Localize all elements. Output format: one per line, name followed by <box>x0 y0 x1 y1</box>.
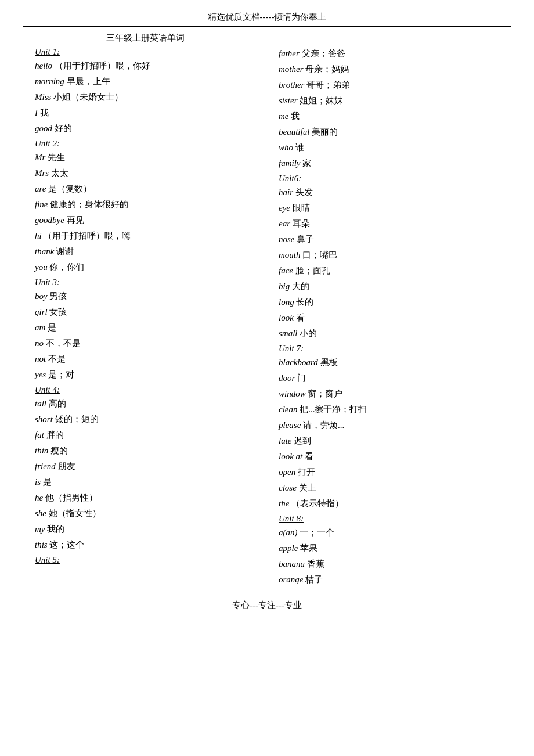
list-item: door 门 <box>279 371 499 385</box>
list-item: tall 高的 <box>35 397 255 411</box>
list-item: Mr 先生 <box>35 150 255 164</box>
list-item: sister 姐姐；妹妹 <box>279 93 499 107</box>
list-item: ear 耳朵 <box>279 217 499 231</box>
list-item: family 家 <box>279 156 499 170</box>
list-item: friend 朋友 <box>35 459 255 473</box>
list-item: please 请，劳烦... <box>279 418 499 432</box>
list-item: a(an) 一；一个 <box>279 525 499 539</box>
list-item: you 你，你们 <box>35 260 255 274</box>
list-item: fine 健康的；身体很好的 <box>35 197 255 211</box>
list-item: Mrs 太太 <box>35 166 255 180</box>
right-column: father 父亲；爸爸 mother 母亲；妈妈 brother 哥哥；弟弟 … <box>267 33 511 588</box>
left-column: 三年级上册英语单词 Unit 1: hello （用于打招呼）喂，你好 morn… <box>23 33 267 588</box>
unit8-title: Unit 8: <box>279 514 499 524</box>
list-item: look 看 <box>279 311 499 325</box>
list-item: late 迟到 <box>279 434 499 448</box>
unit6-title: Unit6: <box>279 174 499 183</box>
list-item: good 好的 <box>35 121 255 135</box>
list-item: goodbye 再见 <box>35 213 255 227</box>
list-item: long 长的 <box>279 295 499 309</box>
list-item: open 打开 <box>279 465 499 479</box>
list-item: not 不是 <box>35 352 255 366</box>
page-wrapper: 精选优质文档-----倾情为你奉上 三年级上册英语单词 Unit 1: hell… <box>23 12 511 611</box>
unit5-title: Unit 5: <box>35 555 255 565</box>
list-item: hi （用于打招呼）喂，嗨 <box>35 229 255 243</box>
list-item: big 大的 <box>279 279 499 293</box>
list-item: thin 瘦的 <box>35 444 255 458</box>
list-item: hair 头发 <box>279 185 499 199</box>
list-item: window 窗；窗户 <box>279 387 499 401</box>
unit2-title: Unit 2: <box>35 139 255 149</box>
unit7-title: Unit 7: <box>279 344 499 354</box>
list-item: look at 看 <box>279 449 499 463</box>
list-item: am 是 <box>35 321 255 334</box>
page-footer: 专心---专注---专业 <box>23 600 511 611</box>
list-item: banana 香蕉 <box>279 557 499 571</box>
list-item: girl 女孩 <box>35 305 255 319</box>
list-item: small 小的 <box>279 326 499 340</box>
list-item: brother 哥哥；弟弟 <box>279 78 499 92</box>
list-item: short 矮的；短的 <box>35 412 255 426</box>
list-item: morning 早晨，上午 <box>35 74 255 88</box>
list-item: fat 胖的 <box>35 428 255 442</box>
list-item: the （表示特指） <box>279 496 499 510</box>
list-item: she 她（指女性） <box>35 506 255 520</box>
list-item: hello （用于打招呼）喂，你好 <box>35 59 255 73</box>
list-item: thank 谢谢 <box>35 244 255 258</box>
header-text: 精选优质文档-----倾情为你奉上 <box>208 12 327 21</box>
list-item: apple 苹果 <box>279 541 499 555</box>
list-item: this 这；这个 <box>35 538 255 552</box>
list-item: orange 桔子 <box>279 573 499 586</box>
list-item: no 不，不是 <box>35 336 255 350</box>
list-item: me 我 <box>279 109 499 123</box>
list-item: eye 眼睛 <box>279 201 499 215</box>
list-item: beautiful 美丽的 <box>279 125 499 139</box>
list-item: Miss 小姐（未婚女士） <box>35 90 255 104</box>
list-item: clean 把...擦干净；打扫 <box>279 402 499 416</box>
footer-text: 专心---专注---专业 <box>232 600 302 610</box>
list-item: my 我的 <box>35 522 255 536</box>
list-item: is 是 <box>35 475 255 489</box>
list-item: he 他（指男性） <box>35 491 255 505</box>
page-title: 三年级上册英语单词 <box>35 33 255 44</box>
list-item: mouth 口；嘴巴 <box>279 248 499 262</box>
content-area: 三年级上册英语单词 Unit 1: hello （用于打招呼）喂，你好 morn… <box>23 33 511 588</box>
page-header: 精选优质文档-----倾情为你奉上 <box>23 12 511 27</box>
unit3-title: Unit 3: <box>35 278 255 287</box>
unit1-title: Unit 1: <box>35 47 255 57</box>
list-item: mother 母亲；妈妈 <box>279 62 499 76</box>
unit4-title: Unit 4: <box>35 385 255 395</box>
list-item: blackboard 黑板 <box>279 355 499 369</box>
list-item: yes 是；对 <box>35 368 255 381</box>
list-item: father 父亲；爸爸 <box>279 46 499 60</box>
list-item: are 是（复数） <box>35 182 255 196</box>
list-item: I 我 <box>35 106 255 120</box>
list-item: nose 鼻子 <box>279 232 499 246</box>
list-item: who 谁 <box>279 141 499 154</box>
list-item: face 脸；面孔 <box>279 264 499 278</box>
list-item: boy 男孩 <box>35 289 255 303</box>
list-item: close 关上 <box>279 481 499 495</box>
